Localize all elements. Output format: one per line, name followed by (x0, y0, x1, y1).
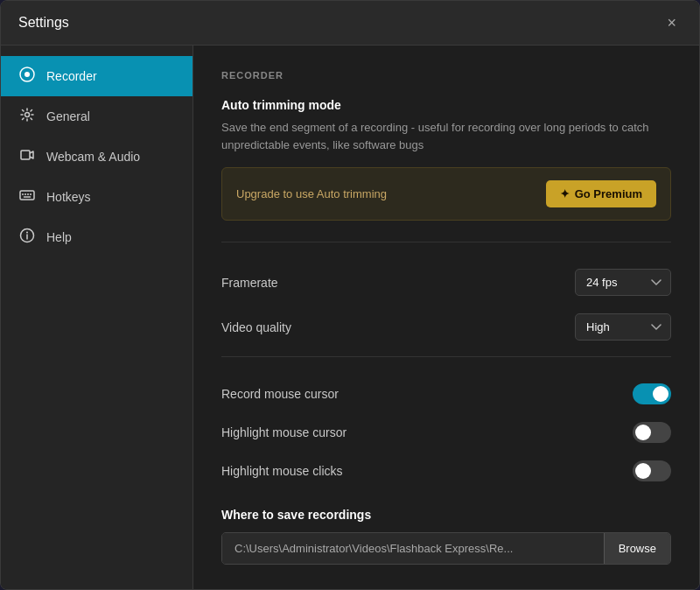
recorder-icon (18, 67, 36, 86)
svg-point-2 (25, 113, 30, 117)
record-mouse-cursor-slider (633, 383, 671, 404)
highlight-mouse-cursor-label: Highlight mouse cursor (221, 425, 346, 439)
browse-button[interactable]: Browse (604, 533, 670, 564)
save-recordings-section: Where to save recordings Browse (221, 508, 671, 565)
sidebar: Recorder General Webcam (1, 46, 193, 589)
highlight-mouse-cursor-row: Highlight mouse cursor (221, 413, 671, 452)
auto-trim-title: Auto trimming mode (221, 98, 671, 112)
framerate-row: Framerate 12 fps 15 fps 20 fps 24 fps 30… (221, 260, 671, 305)
auto-trim-group: Auto trimming mode Save the end segment … (221, 98, 671, 221)
svg-rect-4 (20, 191, 34, 200)
sidebar-item-recorder[interactable]: Recorder (1, 56, 192, 96)
sidebar-item-webcam-audio[interactable]: Webcam & Audio (1, 137, 192, 177)
settings-dialog: Settings × Recorder (0, 0, 700, 590)
keyboard-icon (18, 187, 36, 207)
dialog-title: Settings (18, 15, 69, 31)
svg-rect-3 (21, 151, 30, 159)
sidebar-item-general[interactable]: General (1, 96, 192, 137)
video-quality-label: Video quality (221, 320, 291, 334)
content-area: Recorder General Webcam (1, 46, 699, 589)
close-button[interactable]: × (662, 13, 682, 32)
premium-icon: ✦ (560, 187, 570, 200)
sidebar-item-recorder-label: Recorder (46, 69, 97, 83)
save-recordings-title: Where to save recordings (221, 508, 671, 522)
highlight-mouse-clicks-row: Highlight mouse clicks (221, 452, 671, 490)
record-mouse-cursor-toggle[interactable] (633, 383, 671, 404)
go-premium-button[interactable]: ✦ Go Premium (546, 180, 656, 207)
save-path-input[interactable] (222, 533, 604, 564)
upgrade-banner: Upgrade to use Auto trimming ✦ Go Premiu… (221, 167, 671, 221)
divider (221, 242, 671, 242)
highlight-mouse-clicks-toggle[interactable] (633, 460, 671, 481)
highlight-mouse-cursor-toggle[interactable] (633, 422, 671, 443)
framerate-label: Framerate (221, 276, 278, 290)
auto-trim-description: Save the end segment of a recording - us… (221, 119, 671, 153)
sidebar-item-hotkeys-label: Hotkeys (46, 190, 91, 204)
svg-point-1 (24, 72, 30, 77)
framerate-dropdown[interactable]: 12 fps 15 fps 20 fps 24 fps 30 fps 60 fp… (575, 269, 671, 296)
record-mouse-cursor-row: Record mouse cursor (221, 375, 671, 413)
main-panel: RECORDER Auto trimming mode Save the end… (193, 46, 699, 589)
gear-icon (18, 107, 36, 126)
info-icon (18, 228, 36, 247)
sidebar-item-general-label: General (46, 109, 90, 123)
highlight-mouse-cursor-slider (633, 422, 671, 443)
section-label: RECORDER (221, 70, 671, 81)
svg-point-12 (26, 232, 28, 234)
highlight-mouse-clicks-label: Highlight mouse clicks (221, 464, 343, 478)
webcam-audio-icon (18, 147, 36, 166)
title-bar: Settings × (1, 1, 699, 46)
save-path-row: Browse (221, 532, 671, 565)
sidebar-item-help[interactable]: Help (1, 217, 192, 257)
video-quality-row: Video quality Low Medium High Very High (221, 305, 671, 349)
highlight-mouse-clicks-slider (633, 460, 671, 481)
divider-2 (221, 356, 671, 357)
sidebar-item-hotkeys[interactable]: Hotkeys (1, 177, 192, 217)
record-mouse-cursor-label: Record mouse cursor (221, 387, 339, 401)
upgrade-banner-text: Upgrade to use Auto trimming (236, 187, 387, 200)
sidebar-item-webcam-audio-label: Webcam & Audio (46, 150, 140, 164)
sidebar-item-help-label: Help (46, 230, 72, 244)
premium-label: Go Premium (575, 187, 642, 200)
video-quality-dropdown[interactable]: Low Medium High Very High (575, 313, 671, 341)
